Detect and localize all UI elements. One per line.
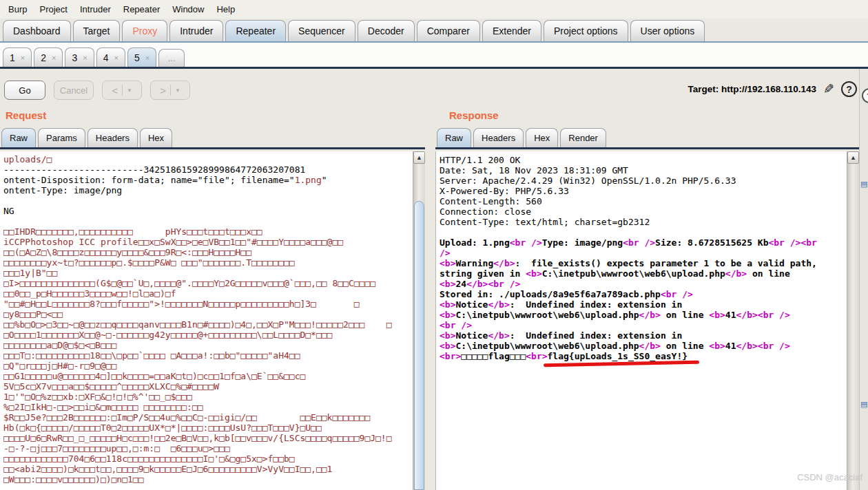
tab-sequencer[interactable]: Sequencer [288,20,355,41]
target-url: http://192.168.110.143 [721,84,816,94]
code-line: $R□□J5e?□□□2B□□□□□□:□Im□P/S□□4u□%□□C□-□□… [3,412,410,423]
flag-underline-annotation [544,361,699,368]
code-line: X-Powered-By: PHP/5.6.33 [440,186,844,196]
code-line: □W□□□:□□□□v□□□□□□)□)□n□1□□ [3,474,410,484]
code-line: Hb(□k□{□□□□□/□□□□□T0□2□□□□□UX*□*|□□□□:□□… [3,423,410,433]
target-url-label: Target: http://192.168.110.143 [688,84,816,94]
code-line: □□%b□O□>□3□□~□@□□z□□q□□□□qanv□□□□B1n□#□□… [3,319,410,330]
menu-bar: BurpProjectIntruderRepeaterWindowHelp [0,0,868,19]
code-line: NG [3,206,410,216]
request-tab-params[interactable]: Params [38,128,85,147]
tab-intruder[interactable]: Intruder [169,20,223,41]
response-panel-title: Response [449,109,499,121]
menu-burp[interactable]: Burp [2,1,33,17]
repeater-tab-2[interactable]: 2× [34,47,63,67]
code-line: □I>□□□□□□□□□□□□□□(G$□@□□`U□,□□□□@".□□□□Y… [3,278,410,288]
close-tab-icon[interactable]: × [145,54,149,62]
request-tab-raw[interactable]: Raw [1,128,36,147]
tab-project-options[interactable]: Project options [544,20,628,41]
tab-number: 3 [72,52,77,63]
code-line: □□□T□:□□□□□□□□□□18□□\□p□□`□□□□ □A□□□a!:□… [3,350,410,361]
repeater-tab-1[interactable]: 1× [3,47,32,67]
scrollbar-thumb[interactable] [414,201,424,490]
menu-help[interactable]: Help [210,1,241,17]
tab-target[interactable]: Target [73,20,121,41]
close-tab-icon[interactable]: × [83,54,87,62]
code-line: ontent-Type: image/png [3,185,410,195]
code-line: □O□□□□1□□□□□□□X□□@~□-□□□□□□g42y□□□□□@+□□… [3,330,410,340]
request-raw-content: uploads/□--------------------------34251… [0,151,425,484]
repeater-tab-bar: 1×2×3×4×5×... [0,43,868,69]
tab-number: 2 [41,52,46,63]
code-line [3,195,410,206]
code-line: uploads/□ [3,154,410,164]
go-button[interactable]: Go [4,81,45,100]
response-scrollbar[interactable]: ▲ [847,151,859,490]
response-editor[interactable]: HTTP/1.1 200 OKDate: Sat, 18 Nov 2023 18… [435,151,859,490]
tab-comparer[interactable]: Comparer [417,20,480,41]
request-tab-headers[interactable]: Headers [87,128,138,147]
code-line: □□□□□□□□□□□□704□6□□118c□□□□□□□□□□□□□□I□'… [3,454,410,464]
request-editor[interactable]: uploads/□--------------------------34251… [0,151,425,490]
response-tab-hex[interactable]: Hex [526,128,558,147]
repeater-tab-4[interactable]: 4× [96,47,125,67]
code-line: Server: Apache/2.4.29 (Win32) OpenSSL/1.… [440,175,844,186]
code-line: □□0□□_p□H□□□□□□3□□□□w□□!□l□a□)□f [3,288,410,299]
dropdown-caret-icon[interactable]: ▼ [127,87,132,94]
code-line: □Q"□r□□□j□H#□-r□9□@□□ [3,361,410,371]
tab-proxy[interactable]: Proxy [122,20,167,41]
cropped-help-icon: ? [862,88,868,103]
tab-number: 1 [10,52,15,63]
help-icon[interactable]: ? [841,81,857,97]
code-line: □□(□A□Z□\8□□□□z□□□□□□y□□□□&□□□9R□<:□□□H□… [3,247,410,257]
edit-target-pencil-icon[interactable]: ✎ [823,83,834,96]
tab-dashboard[interactable]: Dashboard [3,20,71,41]
code-line: iCCPPhotoshop ICC profile□□x□SwX□□>□e□VB… [3,237,410,247]
dropdown-caret-icon[interactable]: ▼ [175,87,180,94]
code-line [3,216,410,226]
cropped-icon-fragment: ▤ [860,401,867,408]
repeater-tab-more[interactable]: ... [158,49,185,67]
button-divider [122,85,123,96]
background-window-edge: ? ▤ ▤ [859,69,868,490]
menu-project[interactable]: Project [33,1,73,17]
tab-repeater[interactable]: Repeater [225,20,286,41]
close-tab-icon[interactable]: × [52,54,56,62]
button-divider [170,85,171,96]
code-line: <b>C:\inetpub\wwwroot\web6\upload.php</b… [440,310,844,320]
request-scrollbar[interactable]: ▲ [413,151,425,490]
cancel-button[interactable]: Cancel [54,81,94,100]
request-panel-title: Request [6,109,46,121]
main-tab-bar: DashboardTargetProxyIntruderRepeaterSequ… [0,19,868,43]
code-line: □□□1y|B"□□ [3,268,410,278]
next-request-button[interactable]: > ▼ [150,81,190,100]
code-line: □□□□U□6□RwR□□_□_□□□□□H□c□□□!□□2e□B□V□□,k… [3,433,410,443]
menu-repeater[interactable]: Repeater [117,1,166,17]
prev-request-button[interactable]: < ▼ [102,81,142,100]
close-tab-icon[interactable]: × [114,54,118,62]
code-line: --------------------------34251861592899… [3,164,410,175]
response-tab-raw[interactable]: Raw [437,128,471,147]
code-line: <b>C:\inetpub\wwwroot\web6\upload.php</b… [440,341,844,351]
request-tab-hex[interactable]: Hex [140,128,172,147]
code-line: □□<abi2□□□□)□k□□□t□□,□□□□9□k□□□□□E□J□6□□… [3,464,410,474]
code-line: □y8□□□P□<□□ [3,309,410,319]
code-line: "□□#□H□□L□□□□□□□8?□□□f□□□□□">!□□□□□□□N□□… [3,299,410,309]
code-line: HTTP/1.1 200 OK [440,155,844,165]
tab-decoder[interactable]: Decoder [358,20,415,41]
repeater-tab-3[interactable]: 3× [65,47,94,67]
tab-extender[interactable]: Extender [482,20,541,41]
code-line: Date: Sat, 18 Nov 2023 18:31:09 GMT [440,165,844,175]
response-raw-content: HTTP/1.1 200 OKDate: Sat, 18 Nov 2023 18… [436,151,859,361]
menu-intruder[interactable]: Intruder [74,1,117,17]
tab-user-options[interactable]: User options [630,20,705,41]
response-tab-headers[interactable]: Headers [473,128,524,147]
scroll-up-arrow-icon[interactable]: ▲ [413,151,425,164]
target-bar: Target: http://192.168.110.143 ✎ ? [688,81,857,97]
menu-window[interactable]: Window [166,1,210,17]
scroll-up-arrow-icon[interactable]: ▲ [847,151,859,164]
response-tab-render[interactable]: Render [560,128,606,147]
cropped-icon-fragment: ▤ [860,180,867,188]
repeater-tab-5[interactable]: 5× [127,47,156,67]
close-tab-icon[interactable]: × [21,54,25,62]
